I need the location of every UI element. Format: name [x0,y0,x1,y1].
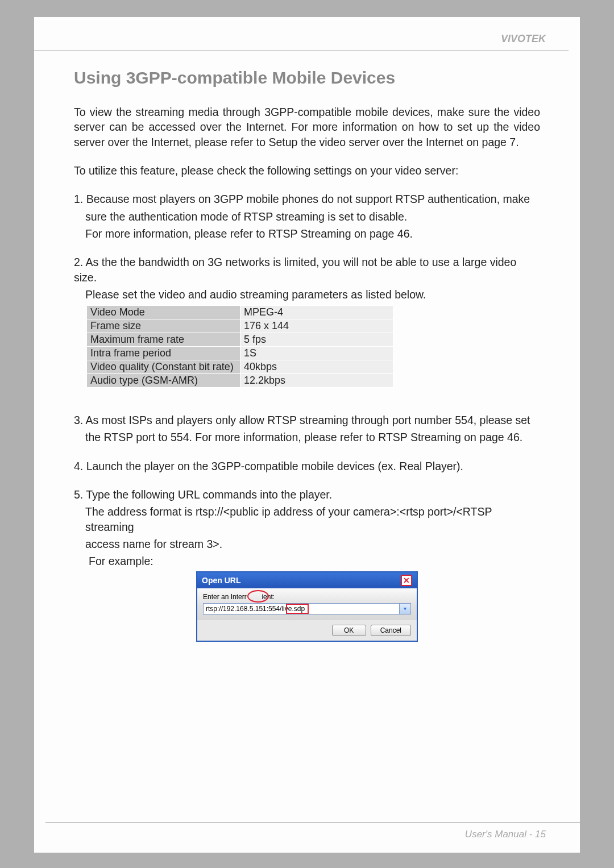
feature-paragraph: To utilize this feature, please check th… [74,163,540,178]
list-item-4: 4. Launch the player on the 3GPP-compati… [74,459,540,474]
dialog-titlebar: Open URL ✕ [197,572,417,588]
annotation-circle [247,590,269,603]
dialog-body: Enter an Interr ient: ▾ [197,588,417,620]
list-item-5-line-b: The address format is rtsp://<public ip … [74,504,540,534]
param-label: Maximum frame rate [87,333,240,347]
list-item-2-line-a: 2. As the the bandwidth on 3G networks i… [74,255,540,285]
param-value: 1S [240,347,393,360]
dialog-label-part-a: Enter an Interr [203,593,247,601]
ok-button[interactable]: OK [332,625,366,636]
list-item-5-line-a: 5. Type the following URL commands into … [74,487,540,502]
brand-header: VIVOTEK [34,17,580,51]
annotation-rectangle [286,604,309,614]
param-value: 12.2kbps [240,374,393,388]
param-label: Video quality (Constant bit rate) [87,360,240,374]
page-footer: User's Manual - 15 [465,829,546,840]
list-item-1-line-c: For more information, please refer to RT… [74,226,540,241]
param-label: Video Mode [87,306,240,319]
param-value: 40kbps [240,360,393,374]
table-row: Maximum frame rate 5 fps [87,333,393,347]
dialog-prompt-label: Enter an Interr ient: [203,593,411,601]
page-title: Using 3GPP-compatible Mobile Devices [74,68,540,88]
table-row: Audio type (GSM-AMR) 12.2kbps [87,374,393,388]
cancel-button[interactable]: Cancel [371,625,411,636]
open-url-dialog: Open URL ✕ Enter an Interr ient: ▾ [196,571,418,642]
dialog-example-wrap: Open URL ✕ Enter an Interr ient: ▾ [74,571,540,642]
footer-divider [45,823,580,823]
table-row: Intra frame period 1S [87,347,393,360]
parameters-table: Video Mode MPEG-4 Frame size 176 x 144 M… [86,305,393,388]
param-label: Intra frame period [87,347,240,360]
table-row: Video Mode MPEG-4 [87,306,393,319]
list-item-1-line-a: 1. Because most players on 3GPP mobile p… [74,192,540,206]
param-value: MPEG-4 [240,306,393,319]
table-row: Frame size 176 x 144 [87,319,393,333]
param-label: Audio type (GSM-AMR) [87,374,240,388]
list-item-5-line-d: For example: [74,554,540,568]
close-icon[interactable]: ✕ [401,575,412,586]
param-value: 176 x 144 [240,319,393,333]
intro-paragraph: To view the streaming media through 3GPP… [74,105,540,149]
content-area: Using 3GPP-compatible Mobile Devices To … [34,51,580,642]
table-row: Video quality (Constant bit rate) 40kbps [87,360,393,374]
param-label: Frame size [87,319,240,333]
list-item-1-line-b: sure the authentication mode of RTSP str… [74,209,540,224]
list-item-2-line-b: Please set the video and audio streaming… [74,287,540,302]
document-page: VIVOTEK Using 3GPP-compatible Mobile Dev… [34,17,580,853]
list-item-3-line-b: the RTSP port to 554. For more informati… [74,430,540,445]
dropdown-icon[interactable]: ▾ [400,603,411,614]
list-item-3-line-a: 3. As most ISPs and players only allow R… [74,413,540,427]
dialog-title: Open URL [202,576,240,585]
dialog-button-row: OK Cancel [197,620,417,641]
param-value: 5 fps [240,333,393,347]
list-item-5-line-c: access name for stream 3>. [74,537,540,551]
